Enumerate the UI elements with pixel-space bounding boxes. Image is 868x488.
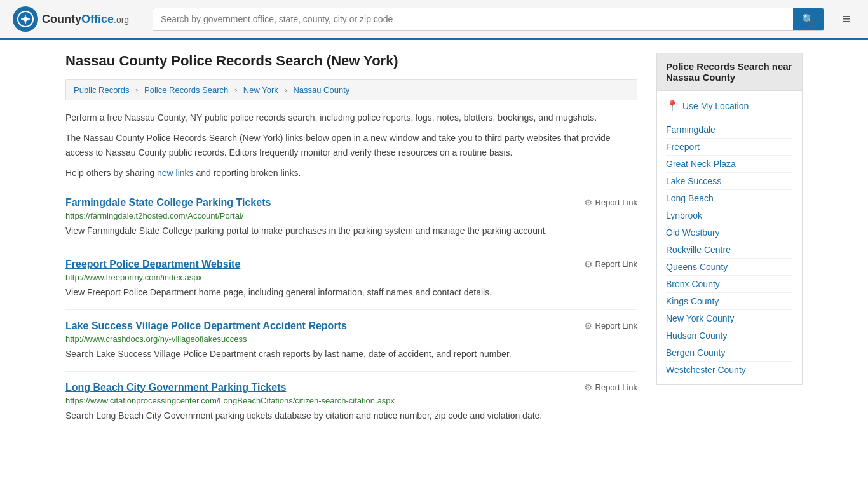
result-item: Freeport Police Department Website ⚙ Rep… (65, 248, 637, 310)
result-desc-2: Search Lake Success Village Police Depar… (65, 348, 637, 361)
breadcrumb-nassau-county[interactable]: Nassau County (293, 85, 349, 95)
breadcrumb: Public Records › Police Records Search ›… (65, 79, 637, 100)
sidebar-link-hudson-county[interactable]: Hudson County (666, 327, 793, 344)
location-dot-icon: 📍 (666, 100, 679, 112)
report-link-1[interactable]: ⚙ Report Link (584, 259, 637, 270)
search-input[interactable] (153, 9, 793, 29)
result-url-0[interactable]: https://farmingdale.t2hosted.com/Account… (65, 211, 637, 220)
sidebar-link-rockville-centre[interactable]: Rockville Centre (666, 241, 793, 258)
search-button[interactable]: 🔍 (793, 8, 824, 30)
sidebar-link-freeport[interactable]: Freeport (666, 138, 793, 155)
breadcrumb-sep-1: › (135, 85, 138, 95)
sidebar-link-lake-success[interactable]: Lake Success (666, 172, 793, 189)
sidebar-link-bergen-county[interactable]: Bergen County (666, 344, 793, 361)
sidebar-link-kings-county[interactable]: Kings County (666, 292, 793, 309)
breadcrumb-sep-2: › (234, 85, 237, 95)
report-icon-2: ⚙ (584, 320, 592, 332)
sidebar-header: Police Records Search near Nassau County (656, 53, 803, 91)
sidebar-link-long-beach[interactable]: Long Beach (666, 189, 793, 207)
result-title-2[interactable]: Lake Success Village Police Department A… (65, 320, 347, 332)
sidebar-link-lynbrook[interactable]: Lynbrook (666, 207, 793, 224)
new-links-link[interactable]: new links (157, 168, 194, 178)
sidebar-link-queens-county[interactable]: Queens County (666, 258, 793, 275)
global-search-bar: 🔍 (153, 8, 824, 31)
sidebar-link-great-neck-plaza[interactable]: Great Neck Plaza (666, 155, 793, 172)
result-url-2[interactable]: http://www.crashdocs.org/ny-villageoflak… (65, 334, 637, 344)
breadcrumb-police-records[interactable]: Police Records Search (144, 85, 228, 95)
result-title-0[interactable]: Farmingdale State College Parking Ticket… (65, 197, 271, 208)
result-title-1[interactable]: Freeport Police Department Website (65, 259, 240, 270)
result-desc-1: View Freeport Police Department home pag… (65, 286, 637, 299)
use-location-label: Use My Location (682, 101, 749, 111)
result-title-3[interactable]: Long Beach City Government Parking Ticke… (65, 382, 286, 393)
report-icon-3: ⚙ (584, 382, 592, 393)
report-label-1: Report Link (595, 259, 637, 269)
report-link-2[interactable]: ⚙ Report Link (584, 320, 637, 332)
logo-text: CountyOffice.org (42, 13, 129, 26)
result-item: Farmingdale State College Parking Ticket… (65, 187, 637, 248)
result-item: Long Beach City Government Parking Ticke… (65, 372, 637, 433)
report-label-0: Report Link (595, 198, 637, 207)
description-1: Perform a free Nassau County, NY public … (65, 111, 637, 125)
report-link-0[interactable]: ⚙ Report Link (584, 197, 637, 208)
sidebar: Police Records Search near Nassau County… (656, 53, 803, 433)
site-logo[interactable]: CountyOffice.org (13, 6, 140, 32)
report-link-3[interactable]: ⚙ Report Link (584, 382, 637, 393)
sidebar-link-bronx-county[interactable]: Bronx County (666, 275, 793, 292)
sidebar-link-new-york-county[interactable]: New York County (666, 309, 793, 327)
report-label-3: Report Link (595, 383, 637, 392)
breadcrumb-public-records[interactable]: Public Records (74, 85, 129, 95)
sidebar-body: 📍 Use My Location FarmingdaleFreeportGre… (656, 91, 803, 385)
report-label-2: Report Link (595, 321, 637, 330)
result-url-3[interactable]: https://www.citationprocessingcenter.com… (65, 396, 637, 405)
main-content: Nassau County Police Records Search (New… (65, 53, 637, 433)
report-icon-0: ⚙ (584, 197, 592, 208)
results-list: Farmingdale State College Parking Ticket… (65, 187, 637, 433)
result-url-1[interactable]: http://www.freeportny.com/index.aspx (65, 273, 637, 282)
sidebar-link-old-westbury[interactable]: Old Westbury (666, 224, 793, 241)
result-desc-3: Search Long Beach City Government parkin… (65, 409, 637, 423)
result-item: Lake Success Village Police Department A… (65, 310, 637, 372)
sidebar-links: FarmingdaleFreeportGreat Neck PlazaLake … (666, 121, 793, 378)
result-desc-0: View Farmingdale State College parking p… (65, 224, 637, 238)
sidebar-link-westchester-county[interactable]: Westchester County (666, 361, 793, 378)
use-my-location[interactable]: 📍 Use My Location (666, 97, 793, 114)
report-icon-1: ⚙ (584, 259, 592, 270)
logo-icon (13, 6, 38, 32)
description-3: Help others by sharing new links and rep… (65, 166, 637, 180)
description-2: The Nassau County Police Records Search … (65, 131, 637, 159)
sidebar-link-farmingdale[interactable]: Farmingdale (666, 121, 793, 138)
hamburger-menu-button[interactable]: ≡ (837, 8, 855, 30)
page-title: Nassau County Police Records Search (New… (65, 53, 637, 69)
breadcrumb-sep-3: › (284, 85, 287, 95)
breadcrumb-new-york[interactable]: New York (243, 85, 278, 95)
